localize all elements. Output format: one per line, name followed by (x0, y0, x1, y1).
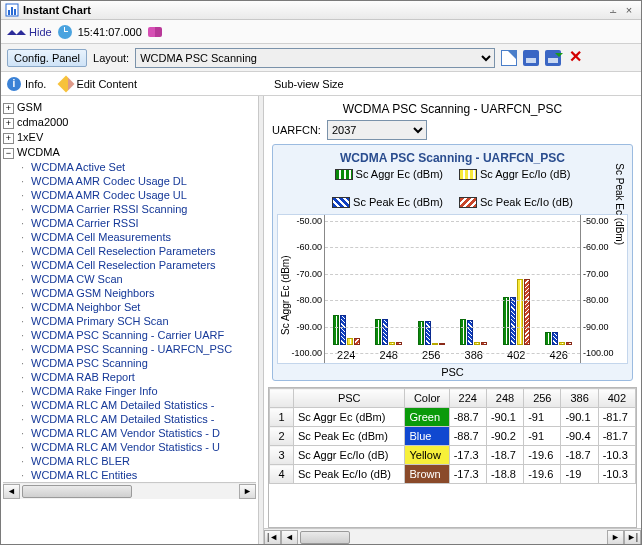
tree-node[interactable]: −WCDMA (3, 145, 256, 160)
tree-leaf[interactable]: ·WCDMA RAB Report (17, 370, 256, 384)
tree-leaf[interactable]: ·WCDMA Cell Measurements (17, 230, 256, 244)
scroll-right-button[interactable]: ► (607, 530, 624, 545)
info-tab[interactable]: i Info. (7, 77, 46, 91)
table-h-scrollbar[interactable]: |◄ ◄ ► ►| (264, 528, 641, 545)
bar-group (329, 315, 363, 345)
tree-node[interactable]: +cdma2000 (3, 115, 256, 130)
new-doc-icon[interactable] (501, 50, 517, 66)
table-row[interactable]: 1Sc Aggr Ec (dBm)Green-88.7-90.1-91-90.1… (270, 408, 636, 427)
tree-leaf[interactable]: ·WCDMA Cell Reselection Parameters (17, 244, 256, 258)
tree-node[interactable]: +GSM (3, 100, 256, 115)
scroll-left-button[interactable]: ◄ (281, 530, 298, 545)
config-panel-button[interactable]: Config. Panel (7, 49, 87, 67)
tree-leaf[interactable]: ·WCDMA AMR Codec Usage DL (17, 174, 256, 188)
close-button[interactable]: × (621, 4, 637, 16)
chevron-up-icon (16, 25, 26, 35)
table-header[interactable]: 224 (449, 389, 486, 408)
nav-tree[interactable]: +GSM+cdma2000+1xEV−WCDMA·WCDMA Active Se… (1, 96, 259, 545)
scroll-right-button[interactable]: ► (239, 484, 256, 499)
subview-size-tab[interactable]: Sub-view Size (270, 78, 344, 90)
bar (396, 342, 402, 345)
table-header[interactable]: 248 (486, 389, 523, 408)
expand-icon[interactable]: + (3, 133, 14, 144)
tree-leaf[interactable]: ·WCDMA Neighbor Set (17, 300, 256, 314)
tree-node[interactable]: +1xEV (3, 130, 256, 145)
expand-icon[interactable]: + (3, 103, 14, 114)
table-row[interactable]: 4Sc Peak Ec/Io (dB)Brown-17.3-18.8-19.6-… (270, 465, 636, 484)
tree-leaf[interactable]: ·WCDMA RLC AM Vendor Statistics - D (17, 426, 256, 440)
content-pane: WCDMA PSC Scanning - UARFCN_PSC UARFCN: … (264, 96, 641, 545)
cell-value: -19.6 (524, 465, 561, 484)
x-tick: 224 (337, 349, 355, 361)
edit-content-tab[interactable]: Edit Content (60, 77, 137, 91)
expand-icon[interactable]: + (3, 118, 14, 129)
scroll-first-button[interactable]: |◄ (264, 530, 281, 545)
tree-leaf[interactable]: ·WCDMA Rake Finger Info (17, 384, 256, 398)
hide-button[interactable]: Hide (7, 26, 52, 38)
table-header[interactable]: 386 (561, 389, 598, 408)
cell-color: Blue (405, 427, 449, 446)
table-header[interactable]: 256 (524, 389, 561, 408)
row-number: 1 (270, 408, 294, 427)
tree-leaf[interactable]: ·WCDMA Carrier RSSI Scanning (17, 202, 256, 216)
table-row[interactable]: 2Sc Peak Ec (dBm)Blue-88.7-90.2-91-90.4-… (270, 427, 636, 446)
tree-h-scrollbar[interactable]: ◄ ► (3, 482, 256, 499)
cell-value: -91 (524, 427, 561, 446)
legend-item: Sc Aggr Ec (dBm) (335, 168, 443, 180)
clock-icon (58, 25, 72, 39)
tree-leaf[interactable]: ·WCDMA PSC Scanning (17, 356, 256, 370)
tree-bullet-icon: · (17, 315, 28, 327)
cell-value: -90.2 (486, 427, 523, 446)
tree-leaf[interactable]: ·WCDMA Primary SCH Scan (17, 314, 256, 328)
cell-value: -90.1 (486, 408, 523, 427)
table-row[interactable]: 3Sc Aggr Ec/Io (dB)Yellow-17.3-18.7-19.6… (270, 446, 636, 465)
layout-select[interactable]: WCDMA PSC Scanning (135, 48, 495, 68)
collapse-icon[interactable]: − (3, 148, 14, 159)
tree-bullet-icon: · (17, 287, 28, 299)
cell-value: -19 (561, 465, 598, 484)
tree-leaf[interactable]: ·WCDMA PSC Scanning - Carrier UARF (17, 328, 256, 342)
cell-psc: Sc Peak Ec/Io (dB) (294, 465, 405, 484)
scroll-track[interactable] (20, 484, 239, 499)
scroll-last-button[interactable]: ►| (624, 530, 641, 545)
scroll-thumb[interactable] (22, 485, 132, 498)
row-number: 2 (270, 427, 294, 446)
uarfcn-select[interactable]: 2037 (327, 120, 427, 140)
table-header[interactable]: Color (405, 389, 449, 408)
tree-leaf[interactable]: ·WCDMA PSC Scanning - UARFCN_PSC (17, 342, 256, 356)
tree-leaf[interactable]: ·WCDMA RLC BLER (17, 454, 256, 468)
tree-leaf[interactable]: ·WCDMA CW Scan (17, 272, 256, 286)
bar (474, 342, 480, 345)
axis-tick: -90.00 (296, 322, 322, 332)
tree-leaf[interactable]: ·WCDMA RLC AM Vendor Statistics - U (17, 440, 256, 454)
scroll-thumb[interactable] (300, 531, 350, 544)
chart-legend: Sc Aggr Ec (dBm) Sc Aggr Ec/Io (dB) Sc P… (277, 165, 628, 214)
table-header[interactable] (270, 389, 294, 408)
tree-leaf[interactable]: ·WCDMA RLC AM Detailed Statistics - (17, 398, 256, 412)
tree-leaf[interactable]: ·WCDMA Active Set (17, 160, 256, 174)
save-icon[interactable] (523, 50, 539, 66)
tree-leaf[interactable]: ·WCDMA GSM Neighbors (17, 286, 256, 300)
bar (517, 279, 523, 345)
axis-tick: -70.00 (583, 269, 609, 279)
table-header[interactable]: PSC (294, 389, 405, 408)
table-header[interactable]: 402 (598, 389, 635, 408)
svg-rect-3 (14, 9, 16, 15)
bar (432, 343, 438, 345)
pin-button[interactable]: ⫠ (605, 4, 621, 16)
delete-icon[interactable]: ✕ (567, 50, 583, 66)
tree-leaf[interactable]: ·WCDMA AMR Codec Usage UL (17, 188, 256, 202)
tree-bullet-icon: · (17, 441, 28, 453)
book-icon[interactable] (148, 27, 162, 37)
tree-leaf[interactable]: ·WCDMA RLC AM Detailed Statistics - (17, 412, 256, 426)
save-as-icon[interactable] (545, 50, 561, 66)
toolbar-top: Hide 15:41:07.000 (1, 20, 641, 44)
toolbar-layout: Config. Panel Layout: WCDMA PSC Scanning… (1, 44, 641, 72)
tree-leaf[interactable]: ·WCDMA RLC Entities (17, 468, 256, 482)
tree-leaf[interactable]: ·WCDMA Cell Reselection Parameters (17, 258, 256, 272)
tree-leaf[interactable]: ·WCDMA Carrier RSSI (17, 216, 256, 230)
bar (467, 320, 473, 345)
scroll-left-button[interactable]: ◄ (3, 484, 20, 499)
scroll-track[interactable] (298, 530, 607, 545)
bar (524, 279, 530, 345)
